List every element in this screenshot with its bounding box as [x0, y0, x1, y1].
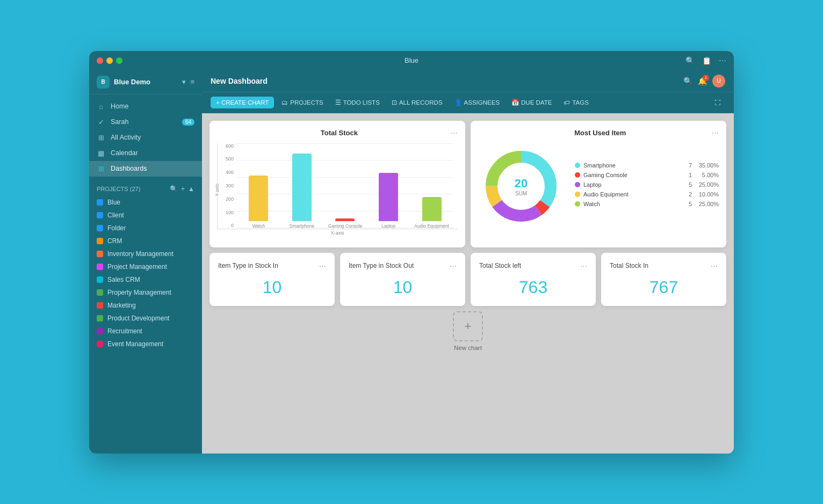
- plus-icon: +: [465, 319, 472, 333]
- project-sales-crm-label: Sales CRM: [107, 276, 140, 283]
- project-product-dev[interactable]: Product Development: [97, 312, 194, 325]
- check-icon: ✓: [97, 118, 105, 126]
- project-dot: [97, 212, 103, 218]
- legend-pct: 25.00%: [695, 201, 719, 207]
- bar-laptop: Laptop: [367, 173, 410, 228]
- projects-header-label: PROJECTS (27): [97, 186, 140, 192]
- project-inventory[interactable]: Inventory Management: [97, 247, 194, 260]
- project-marketing-label: Marketing: [107, 302, 136, 309]
- bar-laptop-rect: [379, 173, 398, 221]
- project-product-dev-label: Product Development: [107, 315, 169, 322]
- chevron-down-icon[interactable]: ▾: [182, 78, 186, 86]
- stat-stock-in: Total Stock In ··· 767: [601, 253, 726, 306]
- bar-chart-title: Total Stock: [228, 129, 451, 137]
- donut-chart-menu[interactable]: ···: [712, 128, 719, 138]
- close-dot[interactable]: [97, 57, 103, 64]
- header-search-icon[interactable]: 🔍: [683, 77, 692, 85]
- more-icon[interactable]: ⋯: [719, 56, 726, 65]
- search-projects-icon[interactable]: 🔍: [170, 185, 178, 193]
- stat-menu[interactable]: ···: [450, 261, 457, 271]
- projects-button[interactable]: 🗂 PROJECTS: [277, 97, 327, 108]
- project-dot: [97, 315, 103, 322]
- minimize-dot[interactable]: [106, 57, 113, 64]
- new-chart-button[interactable]: +: [453, 311, 483, 341]
- project-client[interactable]: Client: [97, 209, 194, 222]
- add-project-icon[interactable]: +: [181, 185, 185, 193]
- legend-pct: 25.00%: [695, 181, 719, 188]
- stat-header: Total Stock left ···: [479, 261, 587, 271]
- stats-grid: Item Type in Stock In ··· 10 Item Type i…: [210, 253, 726, 306]
- avatar[interactable]: U: [712, 75, 725, 87]
- stat-stock-in-type: Item Type in Stock In ··· 10: [210, 253, 335, 306]
- new-chart-label: New chart: [454, 345, 482, 351]
- bar-smartphone-label: Smartphone: [290, 223, 314, 229]
- project-recruitment[interactable]: Recruitment: [97, 325, 194, 338]
- due-date-button[interactable]: 📅 DUE DATE: [507, 97, 556, 108]
- stat-title: Total Stock left: [479, 262, 521, 271]
- project-property[interactable]: Property Management: [97, 286, 194, 299]
- bar-gaming: Gaming Console: [323, 218, 367, 228]
- sidebar-header-icons: ▾ ≡: [182, 78, 194, 86]
- project-client-label: Client: [107, 211, 124, 219]
- sidebar-item-dashboards-label: Dashboards: [111, 165, 147, 172]
- bar-chart-menu[interactable]: ···: [451, 128, 458, 138]
- x-axis-title: X-axis: [217, 230, 458, 236]
- stat-stock-left: Total Stock left ··· 763: [471, 253, 596, 306]
- sidebar-item-sarah[interactable]: ✓ Sarah 64: [89, 114, 202, 130]
- stat-menu[interactable]: ···: [711, 261, 718, 271]
- project-dot: [97, 276, 103, 283]
- notification-icon[interactable]: 🔔 1: [698, 77, 707, 85]
- create-chart-button[interactable]: + CREATE CHART: [211, 97, 274, 108]
- legend-gaming: Gaming Console 1 5.00%: [575, 172, 719, 178]
- projects-btn-label: PROJECTS: [290, 99, 323, 106]
- sidebar: B Blue Demo ▾ ≡ ⌂ Home ✓ Sarah 64: [89, 70, 202, 454]
- project-marketing[interactable]: Marketing: [97, 299, 194, 312]
- todo-lists-button[interactable]: ☰ TODO LISTS: [331, 97, 384, 108]
- stat-menu[interactable]: ···: [319, 261, 326, 271]
- stat-header: Item Type in Stock In ···: [218, 261, 326, 271]
- y-label: 600: [226, 143, 234, 149]
- bar-smartphone-rect: [292, 154, 312, 221]
- legend-name: Watch: [583, 201, 680, 207]
- sidebar-item-dashboards[interactable]: ⊞ Dashboards: [89, 161, 202, 177]
- window-title: Blue: [405, 56, 418, 64]
- projects-btn-icon: 🗂: [281, 99, 288, 106]
- project-sales-crm[interactable]: Sales CRM: [97, 273, 194, 286]
- sidebar-item-calendar[interactable]: ▦ Calendar: [89, 145, 202, 161]
- project-folder[interactable]: Folder: [97, 222, 194, 235]
- sidebar-item-activity[interactable]: ⊞ All Activity: [89, 130, 202, 145]
- assignees-button[interactable]: 👤 ASSIGNEES: [450, 97, 504, 108]
- project-project-mgmt[interactable]: Project Management: [97, 260, 194, 273]
- maximize-dot[interactable]: [116, 57, 122, 64]
- legend-name: Smartphone: [583, 162, 680, 169]
- new-chart-area: + New chart: [210, 311, 726, 351]
- fullscreen-button[interactable]: ⛶: [710, 97, 725, 108]
- legend-count: 2: [683, 191, 692, 198]
- stat-header: Total Stock In ···: [610, 261, 718, 271]
- dashboard-icon: ⊞: [97, 165, 105, 173]
- stat-header: Item Type in Stock Out ···: [349, 261, 457, 271]
- project-crm[interactable]: CRM: [97, 235, 194, 247]
- tags-button[interactable]: 🏷 TAGS: [559, 97, 593, 108]
- collapse-icon[interactable]: ▲: [188, 185, 194, 193]
- sidebar-header: B Blue Demo ▾ ≡: [89, 70, 202, 94]
- project-dot: [97, 199, 103, 206]
- search-icon[interactable]: 🔍: [685, 56, 695, 65]
- header-actions: 🔍 🔔 1 U: [683, 75, 725, 87]
- donut-chart-title: Most Used Item: [489, 129, 712, 137]
- donut-section: 20 SUM Smartphone 7 35.00%: [478, 143, 719, 229]
- project-blue[interactable]: Blue: [97, 196, 194, 209]
- donut-chart-header: Most Used Item ···: [478, 128, 719, 138]
- project-event[interactable]: Event Management: [97, 338, 194, 350]
- y-label: 200: [226, 196, 234, 202]
- menu-icon[interactable]: ≡: [190, 78, 194, 86]
- all-records-button[interactable]: ⊡ ALL RECORDS: [387, 97, 447, 108]
- stat-menu[interactable]: ···: [580, 261, 587, 271]
- project-dot: [97, 251, 103, 257]
- legend-pct: 5.00%: [695, 172, 719, 178]
- donut-number: 20: [515, 176, 528, 190]
- assignees-icon: 👤: [454, 99, 462, 106]
- sidebar-item-home[interactable]: ⌂ Home: [89, 99, 202, 114]
- clipboard-icon[interactable]: 📋: [702, 56, 711, 65]
- charts-grid: Total Stock ··· Y-axis: [210, 121, 726, 247]
